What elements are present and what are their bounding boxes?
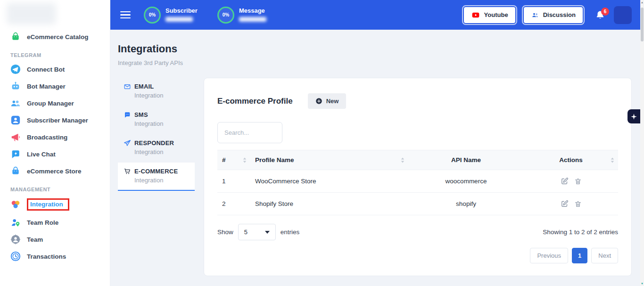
sms-icon [124,111,131,118]
message-progress-ring: 0% [217,7,234,24]
sidebar-section-telegram: TELEGRAM [0,45,110,61]
card-title: E-commerce Profile [217,97,293,106]
sidebar-item-label: Group Manager [27,100,74,107]
cell-api-name: shopify [408,193,524,215]
edit-icon[interactable] [561,200,569,208]
tab-title: E-COMMERCE [134,168,178,175]
table-header-profile-name[interactable]: Profile Name [250,150,408,170]
topbar-stats: 0% Subscriber 0% Message [144,7,266,24]
tab-subtitle: Integration [124,120,189,127]
delete-icon[interactable] [574,200,582,208]
main-content: Integrations Integrate 3rd Party APIs EM… [110,30,644,286]
delete-icon[interactable] [574,178,582,185]
message-value-blurred [239,17,266,22]
sidebar-item-ecommerce-catalog[interactable]: eCommerce Catalog [0,28,110,45]
cell-profile-name: WooCommerce Store [250,170,408,193]
subscriber-stat-label: Subscriber [165,7,198,14]
team-icon [10,234,21,245]
cell-actions [524,170,618,193]
search-input[interactable] [217,122,282,143]
scrollbar-thumb[interactable] [641,8,644,41]
shopping-bag-green-icon [10,32,21,42]
sort-icon[interactable] [243,157,247,163]
sidebar-item-subscriber-manager[interactable]: Subscriber Manager [0,112,110,129]
entries-select[interactable]: 5 [238,224,276,240]
email-icon [124,83,131,90]
show-label: Show [217,229,233,236]
cell-index: 1 [217,170,250,193]
new-button-label: New [326,98,339,105]
hamburger-icon[interactable] [120,11,131,19]
users-group-icon [10,98,21,108]
cart-icon [124,168,131,175]
sidebar-item-label: Connect Bot [27,66,65,73]
tab-email-integration[interactable]: EMAIL Integration [118,78,195,105]
discussion-button[interactable]: Discussion [524,7,583,23]
tab-title: EMAIL [134,83,154,90]
responder-icon [124,139,131,147]
scroll-down-arrow[interactable]: ▼ [640,281,644,286]
telegram-plane-icon [10,64,21,74]
message-percent: 0% [223,12,229,17]
cell-actions [524,193,618,215]
subscriber-percent: 0% [149,12,156,17]
showing-entries-text: Showing 1 to 2 of 2 entries [543,229,618,236]
tab-responder-integration[interactable]: RESPONDER Integration [118,134,195,162]
new-button[interactable]: New [308,93,347,109]
tab-subtitle: Integration [124,148,189,155]
previous-page-button[interactable]: Previous [530,248,568,263]
sidebar-item-transactions[interactable]: Transactions [0,248,110,265]
app-logo [7,3,56,25]
tab-sms-integration[interactable]: SMS Integration [118,106,195,133]
avatar[interactable] [614,6,632,24]
sidebar: eCommerce Catalog TELEGRAM Connect Bot B… [0,0,110,286]
sidebar-item-ecommerce-store[interactable]: eCommerce Store [0,163,110,180]
sidebar-item-broadcasting[interactable]: Broadcasting [0,129,110,146]
subscriber-value-blurred [165,17,193,22]
table-row[interactable]: 2 Shopify Store shopify [217,193,618,215]
sort-icon[interactable] [401,157,405,163]
notifications-button[interactable]: 6 [595,10,605,20]
table-header-actions[interactable]: Actions [524,150,618,170]
sidebar-item-label: Transactions [27,253,66,260]
chevron-down-icon [265,231,270,234]
tab-title: RESPONDER [134,139,174,147]
scroll-up-arrow[interactable]: ▲ [640,0,644,5]
sidebar-item-label: eCommerce Store [27,168,82,175]
page-1-button[interactable]: 1 [572,248,587,263]
subscriber-icon [10,115,21,125]
edit-icon[interactable] [561,177,569,185]
youtube-button[interactable]: Youtube [464,7,515,23]
subscriber-stat: 0% Subscriber [144,7,198,24]
topbar: 0% Subscriber 0% Message Youtube Disc [110,0,644,30]
table-header-api-name[interactable]: API Name [408,150,524,170]
sidebar-item-integration[interactable]: Integration [0,195,110,214]
robot-icon [10,81,21,91]
sidebar-item-bot-manager[interactable]: Bot Manager [0,78,110,95]
tab-subtitle: Integration [124,92,189,99]
sidebar-item-label: Subscriber Manager [27,117,88,124]
sidebar-item-team-role[interactable]: Team Role [0,214,110,231]
team-role-icon [10,217,21,228]
sidebar-item-group-manager[interactable]: Group Manager [0,95,110,112]
entries-select-value: 5 [244,229,248,236]
next-page-button[interactable]: Next [591,248,618,263]
notification-badge: 6 [601,8,609,16]
tab-ecommerce-integration[interactable]: E-COMMERCE Integration [118,163,195,191]
sidebar-item-live-chat[interactable]: Live Chat [0,146,110,163]
tab-title: SMS [134,111,148,118]
entries-label: entries [281,229,300,236]
sidebar-item-label-annotated: Integration [27,198,69,211]
sidebar-item-team[interactable]: Team [0,231,110,248]
pagination: Previous 1 Next [217,248,618,263]
sort-icon[interactable] [611,157,614,163]
integration-circles-icon [10,199,21,210]
sparkle-icon [630,113,637,120]
table-row[interactable]: 1 WooCommerce Store woocommerce [217,170,618,193]
cell-index: 2 [217,193,250,215]
assistant-fab[interactable] [627,109,640,123]
scrollbar[interactable]: ▲ ▼ [640,0,644,286]
sidebar-item-connect-bot[interactable]: Connect Bot [0,61,110,78]
sidebar-section-management: MANAGEMENT [0,180,110,195]
table-header-index[interactable]: # [217,150,250,170]
